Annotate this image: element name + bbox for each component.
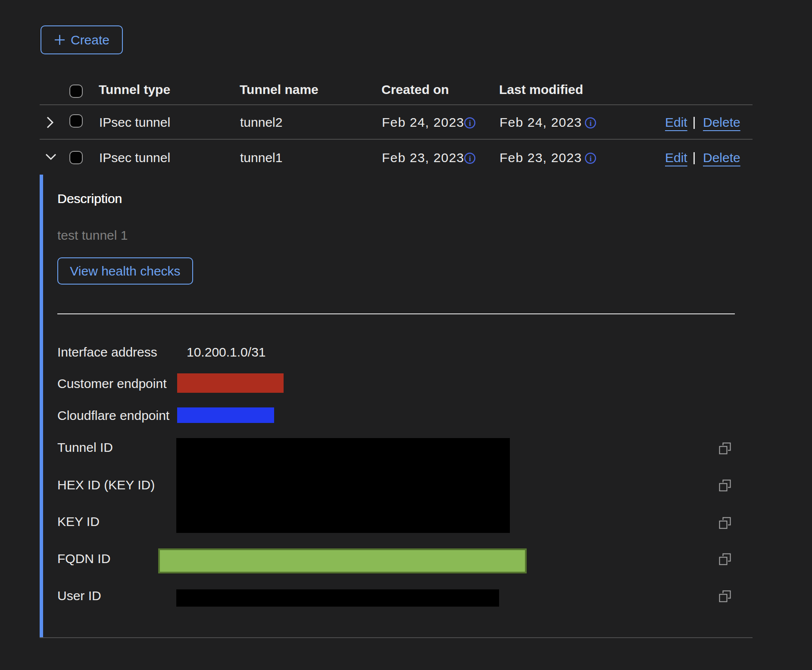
svg-text:i: i bbox=[590, 119, 592, 128]
svg-text:i: i bbox=[469, 119, 471, 128]
svg-text:i: i bbox=[590, 154, 592, 163]
svg-text:i: i bbox=[469, 154, 471, 163]
